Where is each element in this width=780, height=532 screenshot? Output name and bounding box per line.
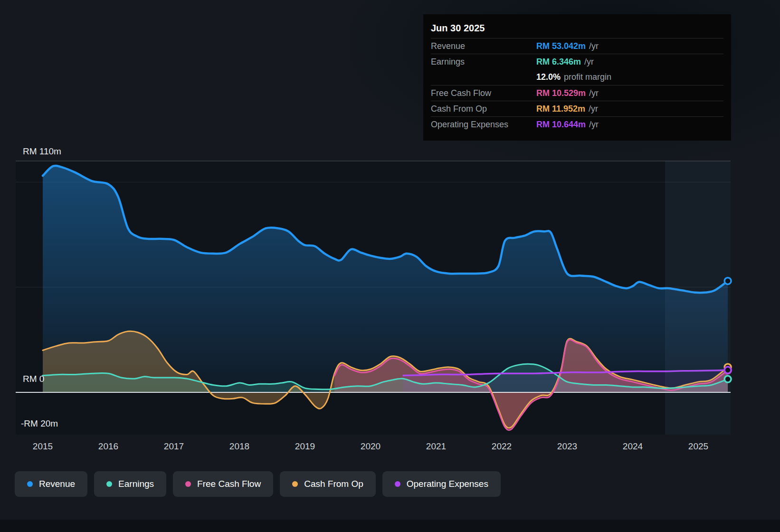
tooltip-value: 12.0% (536, 72, 561, 82)
bottom-strip (0, 520, 780, 532)
tooltip-suffix: /yr (589, 120, 599, 130)
tooltip-value: RM 10.644m (536, 120, 586, 130)
chart-legend: Revenue Earnings Free Cash Flow Cash Fro… (15, 471, 501, 497)
tooltip-value: RM 6.346m (536, 57, 581, 67)
x-axis-label-2022: 2022 (483, 441, 521, 452)
y-axis-label-110m: RM 110m (23, 146, 61, 157)
x-axis-label-2023: 2023 (548, 441, 586, 452)
x-axis-label-2025: 2025 (679, 441, 717, 452)
x-axis-label-2015: 2015 (24, 441, 62, 452)
x-axis-label-2018: 2018 (220, 441, 258, 452)
legend-label: Cash From Op (304, 479, 363, 489)
tooltip-value: RM 53.042m (536, 41, 586, 51)
tooltip-label: Free Cash Flow (431, 88, 536, 98)
operating-expenses-dot-icon (395, 481, 400, 487)
chart-plot-area[interactable] (0, 157, 780, 451)
tooltip-date: Jun 30 2025 (431, 19, 723, 38)
legend-label: Operating Expenses (407, 479, 488, 489)
tooltip-row-operating-expenses: Operating Expenses RM 10.644m /yr (431, 116, 723, 132)
cash-from-op-dot-icon (292, 481, 298, 487)
x-axis-label-2020: 2020 (352, 441, 390, 452)
tooltip-suffix: /yr (584, 57, 594, 67)
tooltip-row-profit-margin: 12.0% profit margin (431, 69, 723, 85)
tooltip-label: Revenue (431, 41, 536, 51)
legend-item-free-cash-flow[interactable]: Free Cash Flow (173, 471, 273, 497)
tooltip-suffix: /yr (589, 41, 599, 51)
tooltip-row-earnings: Earnings RM 6.346m /yr (431, 54, 723, 69)
tooltip-row-cash-from-op: Cash From Op RM 11.952m /yr (431, 101, 723, 116)
chart-tooltip: Jun 30 2025 Revenue RM 53.042m /yr Earni… (423, 14, 731, 141)
legend-label: Revenue (39, 479, 75, 489)
legend-item-operating-expenses[interactable]: Operating Expenses (382, 471, 501, 497)
x-axis-label-2021: 2021 (417, 441, 455, 452)
legend-item-revenue[interactable]: Revenue (15, 471, 87, 497)
y-axis-label-0: RM 0 (23, 374, 44, 384)
free-cash-flow-dot-icon (185, 481, 191, 487)
y-axis-label-neg20m: -RM 20m (21, 418, 58, 429)
revenue-dot-icon (27, 481, 33, 487)
tooltip-label: Earnings (431, 57, 536, 67)
tooltip-suffix: /yr (589, 104, 598, 114)
legend-item-cash-from-op[interactable]: Cash From Op (280, 471, 376, 497)
x-axis-label-2024: 2024 (614, 441, 652, 452)
legend-label: Free Cash Flow (197, 479, 261, 489)
tooltip-label: Operating Expenses (431, 120, 536, 130)
legend-item-earnings[interactable]: Earnings (94, 471, 166, 497)
tooltip-row-free-cash-flow: Free Cash Flow RM 10.529m /yr (431, 85, 723, 101)
legend-label: Earnings (118, 479, 154, 489)
financial-history-chart-page: { "tooltip": { "date": "Jun 30 2025", "r… (0, 0, 780, 532)
tooltip-row-revenue: Revenue RM 53.042m /yr (431, 38, 723, 54)
tooltip-label: Cash From Op (431, 104, 536, 114)
x-axis-label-2017: 2017 (155, 441, 193, 452)
tooltip-value: RM 10.529m (536, 88, 586, 98)
earnings-dot-icon (106, 481, 112, 487)
tooltip-value: RM 11.952m (536, 104, 585, 114)
tooltip-suffix: /yr (589, 88, 599, 98)
x-axis-label-2016: 2016 (89, 441, 127, 452)
x-axis-label-2019: 2019 (286, 441, 324, 452)
tooltip-suffix: profit margin (564, 72, 611, 82)
